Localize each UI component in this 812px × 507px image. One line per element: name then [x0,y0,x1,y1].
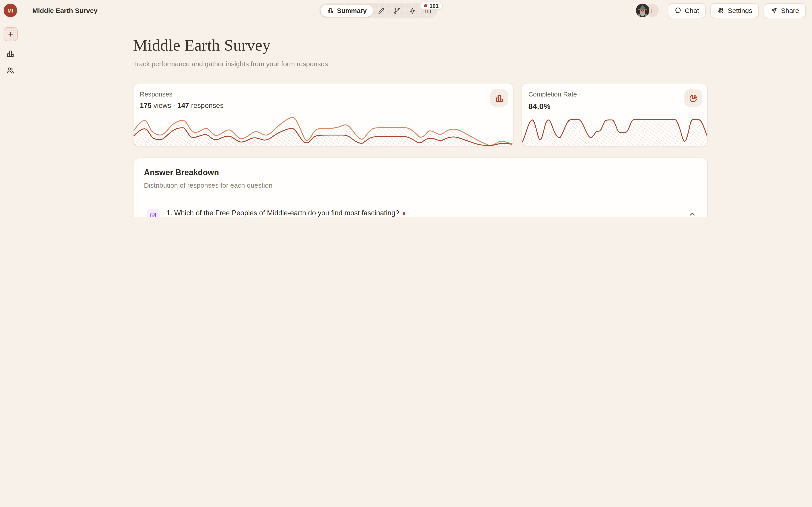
responses-label: responses [189,102,224,109]
responses-chart-toggle[interactable] [490,89,508,107]
responses-value: 147 [177,102,189,109]
bar-chart-icon [495,94,503,103]
bar-chart-icon [6,50,14,58]
send-icon [770,7,778,14]
views-label: views · [152,102,177,109]
chevron-up-icon[interactable] [689,210,696,217]
view-tab-group: Summary 101 [319,3,437,18]
users-icon [6,66,14,74]
sliders-icon [717,7,724,14]
completion-rate-value: 84.0% [528,102,707,111]
plus-icon [7,31,14,38]
completion-sparkline-chart [522,115,707,146]
page-subtitle: Track performance and gather insights fr… [133,60,812,68]
topbar-actions: + Chat Settings Share [636,3,806,18]
tab-edit[interactable] [374,5,389,17]
responses-card-label: Responses [140,91,513,98]
responses-count: 101 [430,3,439,9]
tab-summary[interactable]: Summary [321,5,373,17]
question-title: 1. Which of the Free Peoples of Middle-e… [166,209,399,217]
left-sidebar: MI [0,0,21,217]
answer-breakdown-card: Answer Breakdown Distribution of respons… [133,158,708,217]
pie-chart-icon [689,94,698,103]
form-title: Middle Earth Survey [32,6,97,14]
collaborator-stack: + [636,4,659,17]
views-value: 175 [140,102,152,109]
completion-rate-card: Completion Rate 84.0% [522,83,708,147]
lightning-icon [409,7,416,14]
sidebar-item-audience[interactable] [6,66,14,74]
main-column: Middle Earth Survey Summary [21,0,812,217]
workspace-avatar[interactable]: MI [4,4,17,17]
summary-chart-icon [327,7,334,14]
app-window: MI Middle Earth Survey Summary [0,0,812,217]
account-avatar[interactable] [636,4,649,17]
chat-button[interactable]: Chat [667,3,706,18]
settings-button[interactable]: Settings [711,3,759,18]
responses-sparkline-chart [133,115,513,146]
completion-card-label: Completion Rate [528,91,707,98]
question-row-1[interactable]: 1. Which of the Free Peoples of Middle-e… [133,201,707,217]
chat-button-label: Chat [685,6,699,14]
answer-breakdown-title: Answer Breakdown [144,168,697,177]
stat-cards-row: Responses 175 views · 147 responses [133,83,708,147]
settings-button-label: Settings [728,6,752,14]
answer-breakdown-header: Answer Breakdown Distribution of respons… [133,158,707,189]
share-button[interactable]: Share [764,3,806,18]
topbar: Middle Earth Survey Summary [21,0,812,21]
answer-breakdown-subtitle: Distribution of responses for each quest… [144,181,697,189]
responses-stat-line: 175 views · 147 responses [140,102,513,109]
completion-chart-toggle[interactable] [684,89,702,107]
tab-summary-label: Summary [337,7,367,14]
branch-icon [393,7,400,14]
notification-dot [424,4,427,7]
tab-integrations[interactable] [405,5,420,17]
sidebar-item-analytics[interactable] [6,50,14,58]
share-button-label: Share [781,6,799,14]
page-title: Middle Earth Survey [133,36,812,55]
tab-logic[interactable] [390,5,404,17]
page-content: Middle Earth Survey Track performance an… [21,21,812,217]
responses-count-badge[interactable]: 101 [420,2,443,10]
checkbox-icon [147,209,160,217]
responses-card: Responses 175 views · 147 responses [133,83,514,147]
chat-icon [674,7,682,14]
pencil-icon [378,7,385,14]
required-dot [402,212,405,215]
add-form-button[interactable] [3,27,17,41]
